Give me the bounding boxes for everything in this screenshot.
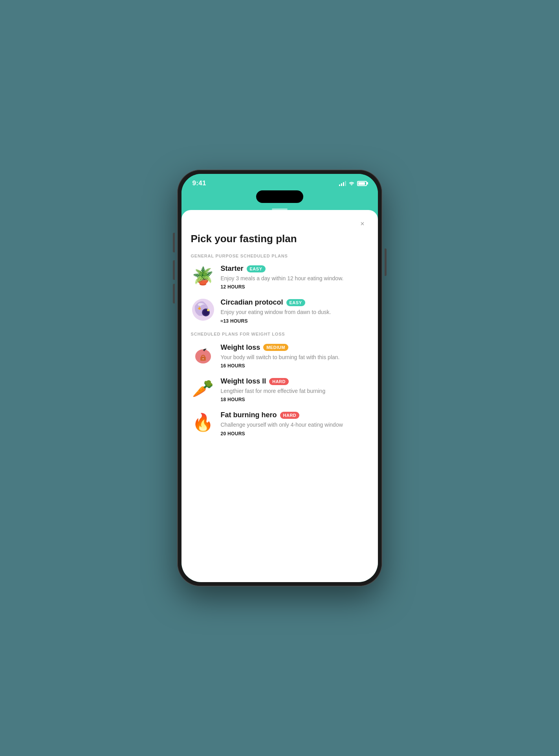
plan-item-starter[interactable]: 🪴 Starter EASY Enjoy 3 meals a day withi… xyxy=(191,264,368,290)
plan-title-row-fat-burning-hero: Fat burning hero HARD xyxy=(221,411,368,419)
sheet-handle-area xyxy=(181,205,378,210)
difficulty-badge-weight-loss: MEDIUM xyxy=(263,344,288,351)
dynamic-island-area xyxy=(181,190,378,205)
difficulty-badge-weight-loss-ii: HARD xyxy=(269,378,289,385)
plan-desc-weight-loss-ii: Lengthier fast for more effective fat bu… xyxy=(221,387,368,395)
svg-point-8 xyxy=(202,358,203,359)
plan-name-weight-loss-ii: Weight loss II xyxy=(221,377,266,385)
plan-info-circadian: Circadian protocol EASY Enjoy your eatin… xyxy=(221,298,368,323)
close-button[interactable]: × xyxy=(357,218,368,230)
difficulty-badge-fat-burning-hero: HARD xyxy=(280,412,300,419)
section-general-header: GENERAL PURPOSE SCHEDULED PLANS xyxy=(191,254,368,258)
plan-duration-starter: 12 HOURS xyxy=(221,284,368,290)
section-weight-loss-header: SCHEDULED PLANS FOR WEIGHT LOSS xyxy=(191,332,368,336)
svg-point-5 xyxy=(195,349,211,363)
plan-item-circadian[interactable]: Circadian protocol EASY Enjoy your eatin… xyxy=(191,298,368,323)
svg-point-4 xyxy=(207,309,209,311)
plan-item-weight-loss[interactable]: Weight loss MEDIUM Your body will switch… xyxy=(191,343,368,369)
difficulty-badge-circadian: EASY xyxy=(286,299,305,306)
plan-name-fat-burning-hero: Fat burning hero xyxy=(221,411,277,419)
phone-frame: 9:41 xyxy=(178,170,382,586)
plan-info-starter: Starter EASY Enjoy 3 meals a day within … xyxy=(221,264,368,290)
status-icons xyxy=(339,180,367,186)
difficulty-badge-starter: EASY xyxy=(247,265,266,272)
plan-icon-fat-burning-hero: 🔥 xyxy=(191,410,215,435)
plan-info-weight-loss-ii: Weight loss II HARD Lengthier fast for m… xyxy=(221,376,368,402)
plan-duration-circadian: ≈13 HOURS xyxy=(221,318,368,324)
plan-duration-weight-loss: 16 HOURS xyxy=(221,363,368,369)
plan-info-fat-burning-hero: Fat burning hero HARD Challenge yourself… xyxy=(221,410,368,436)
plan-icon-starter: 🪴 xyxy=(191,264,215,288)
plan-desc-starter: Enjoy 3 meals a day within 12 hour eatin… xyxy=(221,274,368,282)
close-row: × xyxy=(191,218,368,230)
plan-desc-weight-loss: Your body will switch to burning fat wit… xyxy=(221,353,368,361)
plan-title-row-weight-loss: Weight loss MEDIUM xyxy=(221,343,368,352)
plan-desc-circadian: Enjoy your eating window from dawn to du… xyxy=(221,308,368,316)
plan-desc-fat-burning-hero: Challenge yourself with only 4-hour eati… xyxy=(221,421,368,429)
status-time: 9:41 xyxy=(192,179,206,187)
plan-icon-circadian xyxy=(191,298,215,322)
sheet-title: Pick your fasting plan xyxy=(191,233,368,245)
plan-name-starter: Starter xyxy=(221,265,244,273)
plan-title-row-starter: Starter EASY xyxy=(221,265,368,273)
plan-title-row-circadian: Circadian protocol EASY xyxy=(221,298,368,307)
status-bar: 9:41 xyxy=(181,174,378,190)
plan-item-fat-burning-hero[interactable]: 🔥 Fat burning hero HARD Challenge yourse… xyxy=(191,410,368,436)
plan-item-weight-loss-ii[interactable]: 🥕 Weight loss II HARD Lengthier fast for… xyxy=(191,376,368,402)
plan-name-weight-loss: Weight loss xyxy=(221,343,260,352)
plan-duration-fat-burning-hero: 20 HOURS xyxy=(221,431,368,436)
wifi-icon xyxy=(348,180,355,186)
phone-screen: 9:41 xyxy=(181,174,378,582)
plan-title-row-weight-loss-ii: Weight loss II HARD xyxy=(221,377,368,385)
plan-info-weight-loss: Weight loss MEDIUM Your body will switch… xyxy=(221,343,368,369)
dynamic-island xyxy=(256,190,303,203)
battery-icon xyxy=(357,181,367,186)
signal-icon xyxy=(339,181,346,186)
plan-icon-weight-loss-ii: 🥕 xyxy=(191,376,215,401)
plan-duration-weight-loss-ii: 18 HOURS xyxy=(221,397,368,402)
plan-name-circadian: Circadian protocol xyxy=(221,298,283,307)
plan-icon-weight-loss xyxy=(191,343,215,367)
bottom-sheet: × Pick your fasting plan GENERAL PURPOSE… xyxy=(181,210,378,582)
